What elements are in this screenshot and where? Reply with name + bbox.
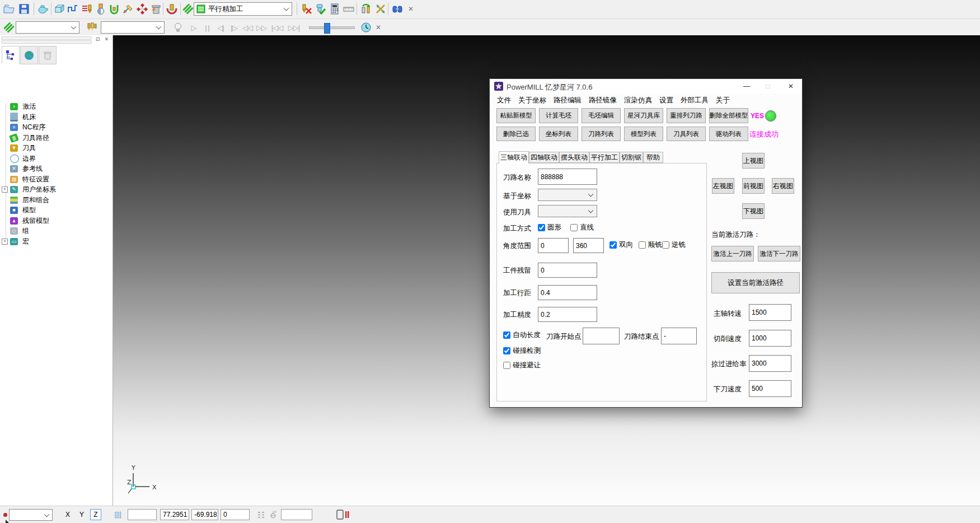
tab-web[interactable] [20, 46, 38, 64]
tree-item-feature-sets[interactable]: ▧ 特征设置 [0, 174, 112, 184]
coord-x-field[interactable]: 77.2951 [160, 509, 189, 520]
menu-settings[interactable]: 设置 [658, 96, 675, 105]
tree-item-activate[interactable]: › 激活 [0, 101, 112, 111]
menu-path-mirror[interactable]: 路径镜像 [587, 96, 618, 105]
axis-z-button[interactable]: Z [90, 509, 101, 520]
tree-item-stock-models[interactable]: ▲ 残留模型 [0, 216, 112, 226]
climb-mill-checkbox[interactable]: 顺铣 [639, 240, 662, 250]
panel-grip[interactable] [1, 40, 92, 44]
toolbar-close-icon[interactable]: ✕ [406, 2, 415, 16]
menu-path-edit[interactable]: 路径编辑 [552, 96, 583, 105]
activate-prev-toolpath-button[interactable]: 激活上一刀路 [711, 246, 754, 262]
tree-item-macros[interactable]: + ▭ 宏 [0, 236, 112, 246]
tree-item-patterns[interactable]: ✕ 参考线 [0, 164, 112, 174]
toolpath-transform-icon[interactable] [374, 2, 387, 16]
tree-item-groups[interactable]: ◇ 组 [0, 226, 112, 236]
tab-head-swivel[interactable]: 摆头联动 [559, 152, 589, 163]
statusbar-combobox[interactable] [9, 509, 53, 521]
conventional-mill-box[interactable] [662, 241, 669, 249]
tab-3axis[interactable]: 三轴联动 [499, 151, 529, 164]
tool-change-icon[interactable] [359, 2, 373, 16]
panel-close-icon[interactable]: ✕ [103, 36, 110, 43]
paste-new-model-button[interactable]: 粘贴新模型 [496, 108, 536, 123]
skip-to-end-icon[interactable]: ▷▷| [285, 21, 302, 34]
sim-toolbar-close-icon[interactable]: ✕ [374, 21, 383, 34]
delete-all-models-button[interactable]: 删除全部模型 [709, 108, 748, 123]
strategy-combobox[interactable]: 平行精加工 [194, 2, 292, 16]
grid-snap-icon[interactable] [111, 509, 124, 520]
tolerance-input[interactable] [538, 307, 597, 322]
collision-check-box[interactable] [503, 347, 510, 354]
shaded-view-teapot-icon[interactable] [36, 2, 49, 16]
mode-line-checkbox[interactable]: 直线 [570, 223, 594, 232]
menu-about[interactable]: 关于 [714, 96, 732, 105]
based-coord-combobox[interactable] [538, 189, 597, 201]
menu-about-coords[interactable]: 关于坐标 [517, 96, 548, 105]
coord-list-icon[interactable] [255, 509, 266, 520]
tab-parallel[interactable]: 平行加工 [589, 152, 620, 163]
stock-allowance-input[interactable] [538, 263, 597, 278]
calculator-icon[interactable] [328, 2, 341, 16]
tab-4axis[interactable]: 四轴联动 [529, 152, 559, 163]
stepover-input[interactable] [538, 285, 597, 300]
tab-explorer-tree[interactable] [2, 46, 20, 64]
bidirectional-checkbox[interactable]: 双向 [609, 240, 633, 250]
view-right-button[interactable]: 右视图 [772, 178, 794, 194]
menu-external-tools[interactable]: 外部工具 [679, 96, 710, 105]
block-edit-button[interactable]: 毛坯编辑 [582, 108, 621, 123]
coord-z-field[interactable]: 0 [221, 509, 250, 520]
axis-x-button[interactable]: X [63, 509, 73, 520]
lightbulb-icon[interactable] [171, 21, 185, 34]
pause-icon[interactable]: | | [200, 21, 214, 34]
tree-item-boundaries[interactable]: 边界 [0, 153, 112, 164]
bidirectional-box[interactable] [609, 241, 617, 249]
workplane-points-icon[interactable] [135, 2, 149, 16]
tolerance-field[interactable] [281, 509, 312, 520]
activate-next-toolpath-button[interactable]: 激活下一刀路 [758, 246, 800, 262]
tool-library-button[interactable]: 星河刀具库 [624, 108, 663, 123]
auto-length-checkbox[interactable]: 自动长度 [503, 330, 541, 340]
view-bottom-button[interactable]: 下视图 [742, 203, 765, 219]
calc-block-button[interactable]: 计算毛坯 [539, 108, 578, 123]
toolpath-verify-icon[interactable] [314, 2, 327, 16]
tool-holder-icon[interactable] [165, 2, 179, 16]
step-forward-icon[interactable]: |▷ [227, 21, 241, 34]
device-status-icon[interactable] [335, 509, 351, 520]
auto-length-box[interactable] [503, 331, 510, 339]
toolpath-invalid-icon[interactable] [300, 2, 313, 16]
coord-list-button[interactable]: 坐标列表 [539, 127, 578, 141]
set-active-path-button[interactable]: 设置当前激活路径 [711, 272, 800, 293]
model-list-button[interactable]: 模型列表 [624, 127, 663, 141]
search-binoculars-icon[interactable] [391, 2, 404, 16]
tree-item-levels-sets[interactable]: 层和组合 [0, 195, 112, 205]
collision-avoid-checkbox[interactable]: 碰撞避让 [503, 361, 541, 370]
grid-size-field[interactable] [128, 509, 157, 520]
panel-grip[interactable] [1, 36, 92, 40]
angle-from-input[interactable] [538, 238, 569, 253]
sim-speed-slider-handle[interactable] [324, 23, 330, 34]
view-front-button[interactable]: 前视图 [742, 178, 765, 194]
tree-item-machine[interactable]: 机床 [0, 112, 112, 122]
mode-circle-box[interactable] [538, 224, 545, 231]
coord-y-field[interactable]: -69.918 [191, 509, 218, 520]
tree-item-nc-programs[interactable]: ≡ NC程序 [0, 122, 112, 132]
sim-tool-icon[interactable] [85, 21, 99, 34]
menu-file[interactable]: 文件 [495, 96, 513, 105]
fast-forward-icon[interactable]: ▷▷ [255, 21, 268, 34]
tab-saw[interactable]: 切割锯 [620, 152, 643, 163]
skim-feed-input[interactable] [749, 355, 791, 372]
collision-check-checkbox[interactable]: 碰撞检测 [503, 346, 541, 356]
sim-toolpath-combobox[interactable] [16, 21, 79, 34]
measure-ruler-icon[interactable] [342, 2, 355, 16]
open-project-icon[interactable] [2, 2, 16, 16]
tree-item-models[interactable]: ■ 模型 [0, 205, 112, 215]
boundary-icon[interactable] [107, 2, 121, 16]
mode-line-box[interactable] [570, 224, 578, 231]
sim-clock-icon[interactable] [359, 21, 373, 34]
minimize-button[interactable]: — [736, 79, 757, 94]
menu-render-sim[interactable]: 渲染仿真 [622, 96, 654, 105]
spindle-speed-input[interactable] [749, 304, 791, 321]
delete-entity-icon[interactable] [149, 2, 162, 16]
start-point-input[interactable] [583, 328, 620, 344]
cutting-feed-input[interactable] [749, 330, 791, 347]
